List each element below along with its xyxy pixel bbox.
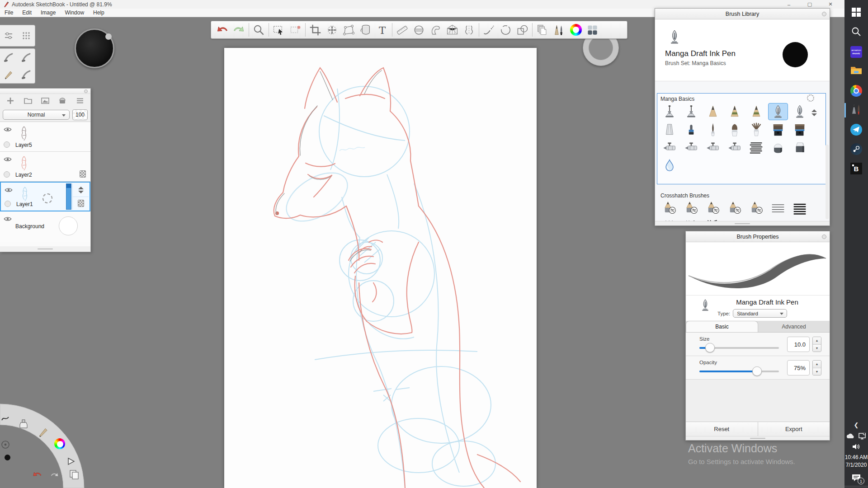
brush-cross-pencil[interactable] <box>725 200 745 217</box>
ruler-tool[interactable] <box>394 22 410 38</box>
taskbar-start[interactable] <box>844 4 868 23</box>
redo-icon[interactable] <box>49 471 61 480</box>
spin-down-icon[interactable]: ▼ <box>813 368 821 375</box>
layer-reorder-button[interactable] <box>73 183 89 197</box>
add-layer-button[interactable] <box>5 95 16 106</box>
brush-airbrush[interactable] <box>703 139 723 156</box>
layer-row-layer2[interactable]: Layer2 <box>0 152 90 182</box>
brush-hatch-grid[interactable] <box>660 218 679 221</box>
layer-visibility-icon[interactable] <box>4 216 12 222</box>
menu-button[interactable] <box>74 95 86 106</box>
size-value-field[interactable]: 10.0 <box>787 337 810 352</box>
brush-cross-pencil[interactable] <box>746 200 766 217</box>
folder-button[interactable] <box>22 95 34 106</box>
import-image-button[interactable] <box>39 95 51 106</box>
clock[interactable]: 10:46 AM 7/1/2020 <box>844 454 868 469</box>
brush-round-brush[interactable] <box>725 121 745 138</box>
deselect-tool[interactable] <box>287 22 304 38</box>
brush-library-header[interactable]: Brush Library <box>655 9 830 19</box>
brush-lines-thin[interactable] <box>768 200 788 217</box>
symmetry-tool[interactable] <box>461 22 477 38</box>
taskbar-amazon-music[interactable]: amazonmusic <box>844 42 868 61</box>
brush-liner-brush[interactable] <box>703 121 723 138</box>
drawing-canvas[interactable] <box>224 48 537 488</box>
pencil-icon[interactable] <box>4 70 14 80</box>
layer-opacity-field[interactable]: 100 <box>72 109 88 120</box>
opacity-value-field[interactable]: 75% <box>787 360 810 375</box>
taskbar-steam[interactable] <box>844 140 868 159</box>
show-hidden-icons-chevron[interactable]: ❮ <box>844 422 868 428</box>
size-slider-knob[interactable] <box>705 343 715 352</box>
panel-collapse-icon[interactable] <box>822 12 826 16</box>
layer-visibility-icon[interactable] <box>5 187 13 193</box>
zoom-tool[interactable] <box>250 22 267 38</box>
brush-library-scrollbar[interactable] <box>826 145 829 219</box>
brush-pattern-mixed[interactable] <box>790 218 810 221</box>
brush-flat-brush[interactable] <box>790 121 810 138</box>
brush-scribble-light[interactable] <box>725 218 745 221</box>
menu-help[interactable]: Help <box>89 9 109 17</box>
shapes-tool[interactable] <box>514 22 531 38</box>
dashed-circle-icon[interactable] <box>807 94 814 102</box>
taskbar-b-app[interactable]: B <box>844 159 868 178</box>
brush-stroke-icon[interactable] <box>21 70 31 80</box>
brush-airbrush[interactable] <box>660 139 679 156</box>
taskbar-telegram[interactable] <box>844 120 868 139</box>
maximize-button[interactable]: ▢ <box>799 0 820 9</box>
taskbar-sketchbook[interactable] <box>844 101 868 120</box>
brush-pencil-band[interactable] <box>746 103 766 120</box>
brush-eraser-dome[interactable] <box>768 139 788 156</box>
brush-marker-small[interactable] <box>681 121 701 138</box>
ellipse-guide-tool[interactable] <box>410 22 427 38</box>
brush-water-drop[interactable] <box>660 157 679 174</box>
layer-panel-titlestrip[interactable] <box>0 89 90 94</box>
brush-library-tool[interactable] <box>551 22 567 38</box>
brush-diagonal-strokes[interactable] <box>768 218 788 221</box>
circle-tool[interactable] <box>497 22 514 38</box>
brush-arc-lines[interactable] <box>746 218 766 221</box>
taskbar-chrome[interactable] <box>844 81 868 100</box>
layer-row-background[interactable]: Background <box>0 211 90 242</box>
brush-pencil[interactable] <box>703 103 723 120</box>
layer-radio[interactable] <box>5 201 11 207</box>
brush-ink-nib[interactable] <box>768 103 788 120</box>
layer-editor-tool[interactable] <box>584 22 601 38</box>
select-tool[interactable] <box>270 22 287 38</box>
redo-tool[interactable] <box>231 22 247 38</box>
brush-type-dropdown[interactable]: Standard <box>733 309 787 318</box>
brush-hatch-denser[interactable] <box>703 218 723 221</box>
export-button[interactable]: Export <box>758 422 830 436</box>
spin-up-icon[interactable]: ▲ <box>813 337 821 345</box>
brush-technical-pen[interactable] <box>681 103 701 120</box>
layer-visibility-icon[interactable] <box>4 127 12 132</box>
undo-tool[interactable] <box>214 22 231 38</box>
brush-cross-pencil[interactable] <box>681 200 701 217</box>
close-button[interactable]: ✕ <box>820 0 841 9</box>
pencil-icon[interactable] <box>38 427 49 437</box>
play-triangle-icon[interactable] <box>66 456 76 466</box>
color-editor-tool[interactable] <box>567 22 584 38</box>
layer-row-layer5[interactable]: Layer5 <box>0 122 90 152</box>
brush-airbrush[interactable] <box>725 139 745 156</box>
blend-mode-dropdown[interactable]: Normal <box>3 110 70 120</box>
brush-stroke-icon[interactable] <box>21 52 31 62</box>
collapse-dot-icon[interactable] <box>84 89 88 93</box>
copy-stack-icon[interactable] <box>69 469 80 480</box>
grid-dots-icon[interactable] <box>21 31 31 41</box>
ink-bottle-icon[interactable] <box>18 418 29 429</box>
spin-down-icon[interactable]: ▼ <box>813 345 821 352</box>
sliders-icon[interactable] <box>4 31 14 41</box>
background-color-swatch[interactable] <box>59 216 78 235</box>
perspective-tool[interactable] <box>444 22 461 38</box>
transparency-lock-icon[interactable] <box>80 170 86 178</box>
brush-cross-pencil[interactable] <box>703 200 723 217</box>
layer-panel-resize-handle[interactable] <box>0 246 90 252</box>
layer-row-layer1[interactable]: Layer1 <box>0 182 90 211</box>
brush-fan-brush[interactable] <box>746 121 766 138</box>
brush-cross-pencil[interactable] <box>660 200 679 217</box>
fill-tool[interactable] <box>357 22 374 38</box>
text-tool[interactable] <box>374 22 391 38</box>
brush-hatch-lines[interactable] <box>746 139 766 156</box>
menu-window[interactable]: Window <box>60 9 89 17</box>
circle-dot-icon[interactable] <box>1 440 10 449</box>
